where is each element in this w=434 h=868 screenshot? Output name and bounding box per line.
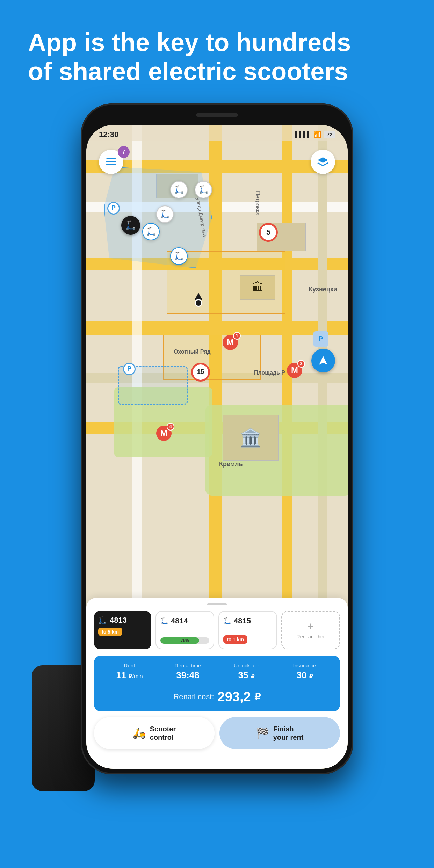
unlock-value: 35 ₽ [218, 670, 274, 681]
time-cell: Rental time 39:48 [160, 663, 216, 681]
insurance-value: 30 ₽ [277, 670, 332, 681]
rental-divider [102, 685, 332, 685]
time-label: Rental time [160, 663, 216, 668]
status-icons: ▌▌▌▌ 📶 72 [295, 131, 335, 138]
map-label-ohotniy: Охотный Ряд [174, 349, 211, 355]
finish-rent-text: Finish your rent [273, 725, 304, 742]
phone-screen: 12:30 ▌▌▌▌ 📶 72 [86, 125, 348, 769]
finish-rent-icon: 🏁 [256, 727, 269, 739]
street-label-petrovka: Петровка [254, 191, 261, 216]
card-4813-distance: to 5 km [98, 628, 122, 636]
locate-icon [317, 355, 329, 367]
phone-container: 12:30 ▌▌▌▌ 📶 72 [60, 103, 374, 868]
unlock-label: Unlock fee [218, 663, 274, 668]
scooter-control-icon: 🛵 [133, 727, 146, 739]
parking-marker-3: P [313, 331, 328, 347]
rental-grid: Rent 11 ₽/min Rental time 39:48 Unlock f… [102, 663, 332, 681]
scooter-card-4813[interactable]: 🛴 4813 to 5 km [94, 611, 151, 649]
scooter-card-4815[interactable]: 🛴 4815 to 1 km [218, 611, 277, 649]
scooter-control-text: Scooter control [150, 725, 176, 742]
rent-cell: Rent 11 ₽/min [102, 663, 157, 681]
rent-another-label: Rent another [297, 634, 325, 639]
unlock-cell: Unlock fee 35 ₽ [218, 663, 274, 681]
card-4815-distance: to 1 km [223, 635, 247, 644]
scooter-marker-1[interactable]: 🛴 [170, 181, 188, 198]
total-label: Renatl cost: [173, 692, 214, 701]
wifi-icon: 📶 [313, 131, 321, 138]
parking-marker-1: P [123, 363, 136, 375]
rent-value: 11 ₽/min [102, 670, 157, 681]
insurance-label: Insurance [277, 663, 332, 668]
layers-icon [317, 157, 329, 167]
parking-marker-2: P [107, 202, 120, 215]
hero-text: App is the key to hundreds of shared ele… [28, 28, 406, 86]
card-4813-number: 4813 [110, 616, 127, 625]
user-location-marker [195, 293, 202, 307]
speed-limit-5: 5 [259, 223, 278, 242]
rental-info-panel: Rent 11 ₽/min Rental time 39:48 Unlock f… [94, 656, 340, 711]
scooter-card-4814[interactable]: 🛴 4814 79% [155, 611, 214, 649]
phone-speaker [196, 113, 238, 117]
map-label-ploshad: Площадь Р [254, 370, 285, 376]
layers-button[interactable] [311, 150, 335, 174]
scooter-marker-4[interactable]: 🛴 [142, 223, 160, 240]
scooter-marker-3[interactable]: 🛴 [156, 205, 174, 223]
total-unit: ₽ [254, 691, 261, 703]
insurance-cell: Insurance 30 ₽ [277, 663, 332, 681]
rental-total-row: Renatl cost: 293,2 ₽ [102, 689, 332, 704]
metro-marker-4: М 4 [156, 426, 172, 441]
scooter-control-button[interactable]: 🛵 Scooter control [94, 717, 215, 749]
speed-limit-15: 15 [191, 363, 210, 382]
card-4815-number: 4815 [234, 616, 251, 625]
time-value: 39:48 [160, 670, 216, 681]
phone-shell: 12:30 ▌▌▌▌ 📶 72 [81, 103, 353, 774]
map-label-kreml: Кремль [219, 461, 243, 468]
card-4814-pct: 79% [181, 638, 189, 643]
panel-handle [207, 603, 227, 605]
hero-section: App is the key to hundreds of shared ele… [0, 0, 434, 103]
status-time: 12:30 [99, 130, 118, 139]
building-kremlin: 🏛️ [223, 415, 279, 461]
action-buttons: 🛵 Scooter control 🏁 Finish your rent [94, 717, 340, 749]
scooter-marker-5[interactable]: 🛴 [170, 247, 188, 265]
scooter-cards-row: 🛴 4813 to 5 km 🛴 4814 79% [94, 611, 340, 649]
locate-button[interactable] [311, 349, 335, 372]
rent-another-plus: + [308, 621, 314, 632]
card-4814-number: 4814 [171, 616, 188, 625]
rent-another-card[interactable]: + Rent another [281, 611, 340, 649]
battery-indicator: 72 [324, 131, 335, 138]
metro-marker-3: М 3 [287, 363, 302, 378]
metro-marker-1: М 1 [223, 335, 238, 350]
rent-label: Rent [102, 663, 157, 668]
status-bar: 12:30 ▌▌▌▌ 📶 72 [86, 125, 348, 141]
notification-badge: 7 [118, 146, 130, 158]
signal-icon: ▌▌▌▌ [295, 131, 311, 138]
scooter-marker-active[interactable]: 🛴 [121, 216, 140, 235]
card-4814-battery: 79% [160, 637, 209, 644]
map-label-kuznetski: Кузнецки [309, 286, 337, 293]
finish-rent-button[interactable]: 🏁 Finish your rent [219, 717, 340, 749]
total-value: 293,2 [218, 689, 251, 704]
bottom-panel: 🛴 4813 to 5 km 🛴 4814 79% [86, 598, 348, 769]
scooter-marker-2[interactable]: 🛴 [195, 181, 212, 198]
